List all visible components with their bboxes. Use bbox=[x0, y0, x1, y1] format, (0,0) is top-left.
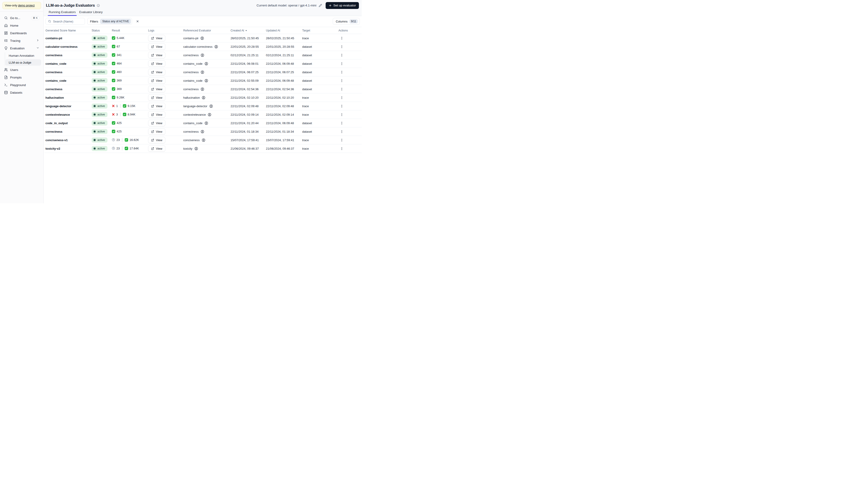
columns-button[interactable]: Columns 9/11 bbox=[333, 18, 360, 25]
col-header-updated-at[interactable]: Updated At bbox=[265, 27, 301, 34]
col-header-created-at[interactable]: Created At▼ bbox=[229, 27, 265, 34]
row-actions-button[interactable] bbox=[339, 52, 345, 58]
logs-view-button[interactable]: View bbox=[148, 77, 165, 84]
table-row[interactable]: hallucination active 9.26K View hallucin… bbox=[44, 93, 362, 102]
info-icon[interactable] bbox=[97, 4, 100, 7]
logs-view-label: View bbox=[156, 122, 162, 125]
referenced-evaluator[interactable]: conciseness bbox=[183, 138, 206, 142]
table-row[interactable]: language-detector active 19.15K View lan… bbox=[44, 102, 362, 110]
table-row[interactable]: correctness active 425 View correctness … bbox=[44, 127, 362, 136]
logs-view-button[interactable]: View bbox=[148, 43, 165, 50]
logs-view-button[interactable]: View bbox=[148, 94, 165, 101]
col-header-result[interactable]: Result bbox=[111, 27, 147, 34]
referenced-evaluator[interactable]: contains_code bbox=[183, 121, 208, 125]
table-row[interactable]: correctness active 369 View correctness … bbox=[44, 85, 362, 93]
referenced-evaluator[interactable]: correctness bbox=[183, 70, 205, 74]
referenced-evaluator[interactable]: correctness bbox=[183, 87, 205, 91]
sidebar-item-evaluation[interactable]: Evaluation bbox=[2, 45, 41, 52]
logs-view-button[interactable]: View bbox=[148, 52, 165, 58]
col-header-generated-score-name[interactable]: Generated Score Name bbox=[44, 27, 91, 34]
row-actions-button[interactable] bbox=[339, 137, 345, 143]
status-dot-icon bbox=[94, 105, 95, 107]
table-row[interactable]: toxicity-v2 active 2317.64K View toxicit… bbox=[44, 144, 362, 153]
logs-view-button[interactable]: View bbox=[148, 145, 165, 152]
sidebar-item-users[interactable]: Users bbox=[2, 66, 41, 73]
sidebar-item-human-annotation[interactable]: Human Annotation bbox=[5, 52, 41, 59]
referenced-evaluator[interactable]: correctness bbox=[183, 130, 205, 134]
row-actions-button[interactable] bbox=[339, 77, 345, 84]
row-actions-button[interactable] bbox=[339, 69, 345, 75]
row-actions-button[interactable] bbox=[339, 35, 345, 41]
logs-view-button[interactable]: View bbox=[148, 86, 165, 92]
sidebar-item-tracing[interactable]: Tracing bbox=[2, 37, 41, 44]
referenced-evaluator[interactable]: correctness bbox=[183, 53, 205, 57]
sidebar-item-playground[interactable]: Playground bbox=[2, 82, 41, 88]
row-actions-button[interactable] bbox=[339, 145, 345, 152]
updated-at: 02/12/2024, 21:25:11 bbox=[266, 54, 294, 57]
row-actions-button[interactable] bbox=[339, 120, 345, 126]
col-header-logs[interactable]: Logs bbox=[147, 27, 182, 34]
demo-project-link[interactable]: demo project bbox=[18, 4, 34, 7]
default-model-label: Current default model: openai / gpt-4.1-… bbox=[256, 4, 316, 7]
logs-view-button[interactable]: View bbox=[148, 128, 165, 135]
logs-view-button[interactable]: View bbox=[148, 111, 165, 118]
referenced-evaluator[interactable]: contains_code bbox=[183, 79, 208, 83]
referenced-evaluator[interactable]: hallucination bbox=[183, 96, 206, 100]
col-header-status[interactable]: Status bbox=[91, 27, 111, 34]
table-row[interactable]: contains-pii active 5.44K View contains-… bbox=[44, 34, 362, 42]
referenced-evaluator[interactable]: contextrelevance bbox=[183, 113, 212, 117]
status-label: active bbox=[97, 79, 105, 82]
search-input[interactable] bbox=[53, 20, 83, 23]
sidebar-item-home[interactable]: Home bbox=[2, 22, 41, 29]
col-header-target[interactable]: Target bbox=[301, 27, 338, 34]
table-row[interactable]: contains_code active 464 View contains_c… bbox=[44, 60, 362, 68]
tab-evaluator-library[interactable]: Evaluator Library bbox=[78, 10, 103, 16]
evaluator-name: contains_code bbox=[183, 122, 203, 125]
col-header-referenced-evaluator[interactable]: Referenced Evaluator bbox=[182, 27, 229, 34]
logs-view-button[interactable]: View bbox=[148, 60, 165, 67]
table-row[interactable]: correctness active 341 View correctness … bbox=[44, 51, 362, 60]
logs-view-button[interactable]: View bbox=[148, 137, 165, 143]
content-area: Filters Status any of ACTIVE Columns 9/1… bbox=[43, 16, 362, 203]
filters-button[interactable]: Filters Status any of ACTIVE bbox=[87, 18, 132, 25]
logs-view-button[interactable]: View bbox=[148, 35, 165, 41]
table-header-row: Generated Score Name Status Result Logs … bbox=[44, 27, 362, 34]
row-actions-button[interactable] bbox=[339, 128, 345, 135]
row-actions-button[interactable] bbox=[339, 86, 345, 92]
row-actions-button[interactable] bbox=[339, 103, 345, 109]
logs-view-button[interactable]: View bbox=[148, 103, 165, 109]
row-actions-button[interactable] bbox=[339, 111, 345, 118]
logs-view-label: View bbox=[156, 45, 162, 48]
evaluator-name: calculator-correctness bbox=[183, 45, 212, 48]
row-actions-button[interactable] bbox=[339, 94, 345, 101]
clear-filters-button[interactable] bbox=[134, 18, 141, 25]
sidebar-item-dashboards[interactable]: Dashboards bbox=[2, 30, 41, 36]
referenced-evaluator[interactable]: contains_code bbox=[183, 62, 208, 66]
logs-view-button[interactable]: View bbox=[148, 69, 165, 75]
referenced-evaluator[interactable]: toxicity bbox=[183, 147, 198, 151]
goto-shortcut-badge: ⌘ K bbox=[31, 16, 39, 20]
row-actions-button[interactable] bbox=[339, 43, 345, 50]
table-row[interactable]: calculator-correctness active 67 View ca… bbox=[44, 42, 362, 51]
referenced-evaluator[interactable]: calculator-correctness bbox=[183, 45, 218, 48]
logs-view-button[interactable]: View bbox=[148, 120, 165, 126]
edit-pencil-icon[interactable] bbox=[319, 4, 322, 7]
table-row[interactable]: code_in_output active 425 View contains_… bbox=[44, 119, 362, 127]
goto-search[interactable]: Go to... ⌘ K bbox=[2, 14, 41, 21]
setup-evaluator-button[interactable]: Set up evaluator bbox=[326, 2, 359, 9]
created-at: 22/11/2024, 06:07:25 bbox=[230, 70, 258, 74]
table-row[interactable]: conciseness-v1 active 2316.62K View conc… bbox=[44, 136, 362, 144]
sidebar-item-prompts[interactable]: Prompts bbox=[2, 74, 41, 81]
sidebar-item-datasets[interactable]: Datasets bbox=[2, 89, 41, 96]
sidebar-item-llm-as-a-judge[interactable]: LLM-as-a-Judge bbox=[5, 59, 41, 66]
success-count: 425 bbox=[112, 121, 122, 125]
row-actions-button[interactable] bbox=[339, 60, 345, 67]
referenced-evaluator[interactable]: language-detector bbox=[183, 104, 213, 108]
table-row[interactable]: correctness active 460 View correctness … bbox=[44, 68, 362, 76]
table-row[interactable]: contains_code active 369 View contains_c… bbox=[44, 76, 362, 85]
success-check-icon bbox=[112, 121, 115, 125]
sidebar-item-label: Evaluation bbox=[10, 46, 25, 50]
table-row[interactable]: contextrelevance active 38.94K View cont… bbox=[44, 110, 362, 119]
tab-running-evaluators[interactable]: Running Evaluators bbox=[48, 10, 77, 16]
referenced-evaluator[interactable]: contains-pii bbox=[183, 36, 204, 40]
